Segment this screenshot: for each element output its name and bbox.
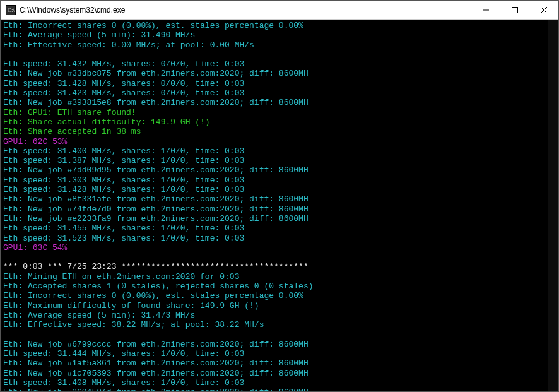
terminal-line: Eth: Share actual difficulty: 149.9 GH (… [3, 117, 556, 127]
terminal-line: Eth: Mining ETH on eth.2miners.com:2020 … [3, 272, 556, 282]
terminal-line: Eth: Share accepted in 38 ms [3, 127, 556, 136]
terminal-line: Eth: New job #393815e8 from eth.2miners.… [3, 98, 556, 107]
terminal-line [3, 330, 556, 340]
terminal-line: Eth speed: 31.428 MH/s, shares: 1/0/0, t… [3, 185, 556, 194]
window-title: C:\Windows\system32\cmd.exe [20, 6, 471, 15]
window-controls [471, 1, 558, 19]
terminal-line: GPU1: 63C 54% [3, 243, 556, 252]
terminal-line: GPU1: 62C 53% [3, 137, 556, 146]
terminal-line: Eth: GPU1: ETH share found! [3, 108, 556, 117]
terminal-line: Eth: Incorrect shares 0 (0.00%), est. st… [3, 291, 556, 300]
terminal-line [3, 252, 556, 262]
terminal-line: Eth speed: 31.455 MH/s, shares: 1/0/0, t… [3, 223, 556, 233]
terminal-line: Eth speed: 31.432 MH/s, shares: 0/0/0, t… [3, 59, 556, 69]
terminal-line: Eth speed: 31.423 MH/s, shares: 0/0/0, t… [3, 88, 556, 98]
terminal-line: Eth: New job #74fde7d0 from eth.2miners.… [3, 205, 556, 214]
terminal-line: Eth: New job #6799cccc from eth.2miners.… [3, 340, 556, 349]
terminal-line: Eth speed: 31.400 MH/s, shares: 1/0/0, t… [3, 146, 556, 156]
terminal-line: Eth: Average speed (5 min): 31.490 MH/s [3, 30, 556, 40]
titlebar[interactable]: C:\ C:\Windows\system32\cmd.exe [1, 1, 558, 20]
terminal-line: Eth: Accepted shares 1 (0 stales), rejec… [3, 282, 556, 291]
close-button[interactable] [529, 1, 558, 19]
terminal-line: *** 0:03 *** 7/25 23:23 ****************… [3, 262, 556, 271]
terminal-line: Eth speed: 31.444 MH/s, shares: 1/0/0, t… [3, 349, 556, 359]
terminal-line: Eth speed: 31.408 MH/s, shares: 1/0/0, t… [3, 378, 556, 388]
terminal-line [3, 50, 556, 59]
terminal-line: Eth speed: 31.303 MH/s, shares: 1/0/0, t… [3, 175, 556, 185]
terminal-line: Eth: Effective speed: 0.00 MH/s; at pool… [3, 40, 556, 50]
terminal-line: Eth: New job #2604504d from eth.2miners.… [3, 388, 556, 391]
terminal-line: Eth: New job #8f331afe from eth.2miners.… [3, 194, 556, 204]
terminal-line: Eth: New job #1c705393 from eth.2miners.… [3, 369, 556, 378]
terminal-output[interactable]: Eth: Incorrect shares 0 (0.00%), est. st… [1, 20, 558, 391]
maximize-button[interactable] [500, 1, 529, 19]
terminal-line: Eth: Effective speed: 38.22 MH/s; at poo… [3, 320, 556, 330]
terminal-line: Eth: New job #33dbc875 from eth.2miners.… [3, 69, 556, 78]
terminal-line: Eth: Average speed (5 min): 31.473 MH/s [3, 311, 556, 320]
minimize-button[interactable] [471, 1, 500, 19]
terminal-line: Eth: New job #e2233fa9 from eth.2miners.… [3, 214, 556, 223]
terminal-line: Eth speed: 31.387 MH/s, shares: 1/0/0, t… [3, 156, 556, 165]
terminal-line: Eth: Maximum difficulty of found share: … [3, 301, 556, 311]
vertical-scrollbar[interactable] [548, 20, 558, 391]
cmd-icon: C:\ [6, 5, 16, 15]
cmd-window: C:\ C:\Windows\system32\cmd.exe Eth: Inc… [0, 0, 559, 392]
terminal-line: Eth: New job #1af5a861 from eth.2miners.… [3, 359, 556, 368]
terminal-line: Eth: New job #7dd09d95 from eth.2miners.… [3, 165, 556, 175]
svg-text:C:\: C:\ [8, 7, 15, 13]
terminal-line: Eth speed: 31.428 MH/s, shares: 0/0/0, t… [3, 79, 556, 88]
terminal-line: Eth speed: 31.523 MH/s, shares: 1/0/0, t… [3, 234, 556, 243]
svg-rect-4 [512, 7, 518, 13]
terminal-line: Eth: Incorrect shares 0 (0.00%), est. st… [3, 21, 556, 30]
